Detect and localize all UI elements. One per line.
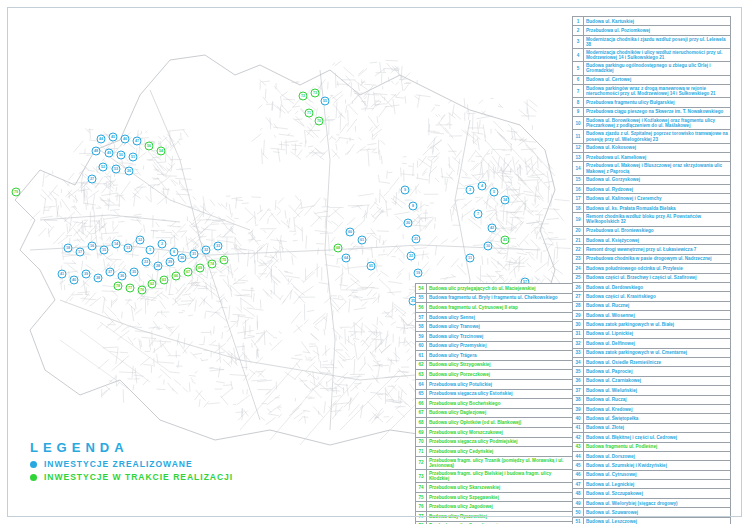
investment-row: 57Budowa ulicy Sennej: [416, 312, 573, 322]
investment-number: 72: [416, 456, 427, 469]
investment-label: Modernizacja chodników i ulicy wzdłuż ni…: [584, 49, 731, 62]
investment-label: Budowa zjazdu z ul. Szpitalnej poprzez t…: [584, 130, 731, 143]
map-marker-50: 50: [117, 151, 126, 160]
investment-row: 20Przebudowa ul. Broniewskiego: [573, 226, 731, 235]
investment-label: Przebudowa ulicy Jagodowej: [427, 502, 573, 512]
map-marker-64: 64: [342, 254, 351, 263]
investment-row: 70Przebudowa sięgacza ulicy Podmiejskiej: [416, 437, 573, 447]
map-marker-32: 32: [202, 246, 211, 255]
map-marker-26: 26: [125, 167, 134, 176]
investment-number: 47: [573, 480, 584, 489]
investment-number: 67: [416, 408, 427, 418]
investment-number: 32: [573, 339, 584, 348]
investment-label: Budowa ulicy Przemyskiej: [427, 341, 573, 351]
investment-number: 74: [416, 483, 427, 493]
investment-label: Przebudowa ulicy Morszczukowej: [427, 427, 573, 437]
investment-number: 30: [573, 320, 584, 329]
map-marker-36: 36: [118, 272, 127, 281]
investment-number: 38: [573, 395, 584, 404]
investment-row: 15Budowa ul. Gorzyskowej: [573, 175, 731, 184]
investment-row: 76Przebudowa ulicy Jagodowej: [416, 502, 573, 512]
investment-row: 8Przebudowa fragmentu ulicy Bułgarskiej: [573, 98, 731, 107]
map-marker-54: 54: [157, 147, 166, 156]
investment-label: Budowa ul. ks. Prałata Romualda Bielaka: [584, 203, 731, 212]
map-marker-15: 15: [100, 246, 109, 255]
investment-number: 31: [573, 329, 584, 338]
map-marker-69: 69: [196, 264, 205, 273]
investment-number: 60: [416, 341, 427, 351]
investment-row: 46Budowa ul. Cytrusowej: [573, 470, 731, 479]
investment-label: Budowa ul. Ruczaj: [584, 395, 731, 404]
investment-label: Budowa ulicy Trägera: [427, 351, 573, 361]
investment-row: 43Budowa fragmentu ul. Podleśnej: [573, 442, 731, 451]
investment-label: Przebudowa ulicy Bocheńskiego: [427, 399, 573, 409]
investment-row: 48Budowa ul. Szczupakowej: [573, 489, 731, 498]
investment-label: Przebudowa fragm. ulicy Trzanik (pomiędz…: [427, 456, 573, 469]
investment-row: 2Przebudowa ul. Poziomkowej: [573, 26, 731, 35]
map-marker-75: 75: [220, 256, 229, 265]
legend: LEGENDA INWESTYCJE ZREALIZOWANE INWESTYC…: [30, 440, 233, 482]
map-marker-16: 16: [88, 242, 97, 251]
investment-number: 16: [573, 185, 584, 194]
legend-title: LEGENDA: [30, 440, 233, 455]
map-marker-66: 66: [172, 272, 181, 281]
investment-number: 70: [416, 437, 427, 447]
investment-label: Budowa ul. Złotej: [584, 423, 731, 432]
map-marker-74: 74: [208, 260, 217, 269]
investment-row: 35Budowa ul. Paprociej: [573, 367, 731, 376]
map-marker-12: 12: [136, 236, 145, 245]
investment-number: 19: [573, 213, 584, 226]
investment-row: 9Przebudowa ciągu pieszego na Skwerze im…: [573, 107, 731, 116]
map-marker-63: 63: [160, 276, 169, 285]
investment-number: 68: [416, 418, 427, 428]
investment-label: Przebudowa sięgacza ulicy Estońskiej: [427, 389, 573, 399]
investment-number: 28: [573, 301, 584, 310]
investment-row: 62Budowa ulicy Strzygowskiej: [416, 360, 573, 370]
investment-number: 5: [573, 62, 584, 75]
map-marker-61: 61: [358, 236, 367, 245]
map-marker-14: 14: [112, 240, 121, 249]
investment-label: Budowa ul. Legnickiej: [584, 480, 731, 489]
investment-label: Przebudowa sięgacza ulicy Podmiejskiej: [427, 437, 573, 447]
investment-number: 62: [416, 360, 427, 370]
investment-row: 24Budowa południowego odcinka ul. Przyle…: [573, 264, 731, 273]
investment-number: 4: [573, 49, 584, 62]
investment-label: Budowa fragmentu ul. Cytrusowej II etap: [427, 303, 573, 313]
investment-row: 25Budowa części ul. Brzechwy i części ul…: [573, 273, 731, 282]
investment-row: 47Budowa ul. Legnickiej: [573, 480, 731, 489]
map-marker-56: 56: [145, 142, 154, 151]
completed-dot-icon: [30, 461, 37, 468]
map-marker-72: 72: [299, 92, 308, 101]
investment-row: 54Budowa ulic przylegających do ul. Maci…: [416, 284, 573, 294]
investment-label: Budowa ul. Kalinowej i Czeremchy: [584, 194, 731, 203]
investment-row: 61Budowa ulicy Trägera: [416, 351, 573, 361]
map-marker-28: 28: [154, 262, 163, 271]
investment-number: 20: [573, 226, 584, 235]
map-marker-47: 47: [133, 137, 142, 146]
map-marker-33: 33: [214, 242, 223, 251]
investment-number: 48: [573, 489, 584, 498]
investment-label: Przebudowa ciągu pieszego na Skwerze im.…: [584, 107, 731, 116]
map-marker-60: 60: [346, 228, 355, 237]
investment-label: Budowa ul. Księżycowej: [584, 235, 731, 244]
investment-row: 71Przebudowa ulicy Cedyńskiej: [416, 447, 573, 457]
investment-row: 26Budowa ul. Derdowskiego: [573, 282, 731, 291]
investment-row: 36Budowa ul. Czarniakowej: [573, 376, 731, 385]
map-marker-45: 45: [109, 133, 118, 142]
investment-label: Budowa ul. Kokosowej: [584, 143, 731, 152]
investment-number: 9: [573, 107, 584, 116]
investment-label: Budowa ul. Szczupakowej: [584, 489, 731, 498]
legend-item-completed: INWESTYCJE ZREALIZOWANE: [30, 459, 233, 469]
map-marker-35: 35: [130, 268, 139, 277]
investment-row: 67Budowa ulicy Daglezjowej: [416, 408, 573, 418]
investment-number: 7: [573, 85, 584, 98]
investment-label: Budowa ul. Świętopełka: [584, 414, 731, 423]
investment-row: 12Budowa ul. Kokosowej: [573, 143, 731, 152]
investment-row: 45Budowa ul. Szumskiej i Kwidzyńskiej: [573, 461, 731, 470]
investment-row: 34Budowa ul. Osiedle Rzemieślnicze: [573, 358, 731, 367]
investment-label: Przebudowa ulicy Cedyńskiej: [427, 447, 573, 457]
investment-number: 50: [573, 508, 584, 517]
investment-number: 76: [416, 502, 427, 512]
investment-row: 56Budowa fragmentu ul. Cytrusowej II eta…: [416, 303, 573, 313]
map-marker-38: 38: [94, 274, 103, 283]
